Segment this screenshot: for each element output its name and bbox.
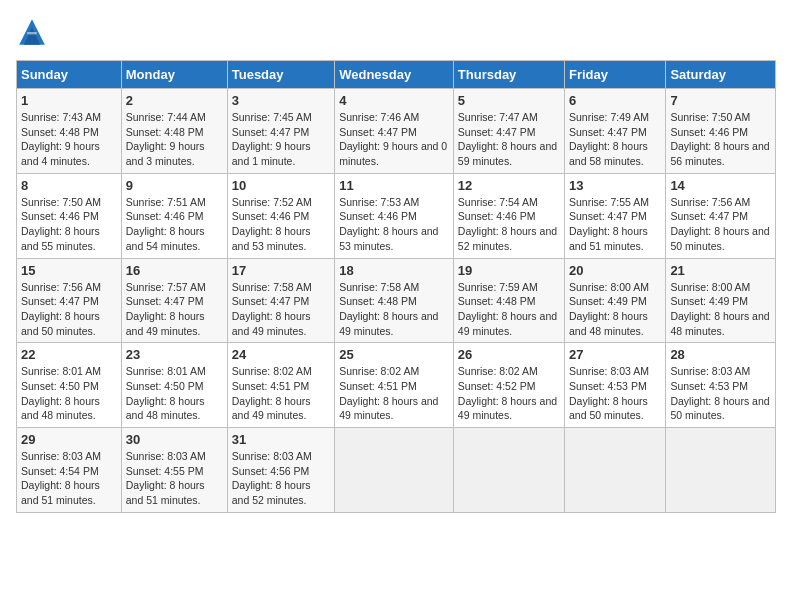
cell-w3-d1: 15Sunrise: 7:56 AMSunset: 4:47 PMDayligh… (17, 258, 122, 343)
day-detail: Sunrise: 7:46 AMSunset: 4:47 PMDaylight:… (339, 111, 447, 167)
day-number: 27 (569, 347, 661, 362)
day-number: 12 (458, 178, 560, 193)
day-number: 31 (232, 432, 330, 447)
day-number: 1 (21, 93, 117, 108)
day-number: 21 (670, 263, 771, 278)
day-number: 3 (232, 93, 330, 108)
cell-w4-d4: 25Sunrise: 8:02 AMSunset: 4:51 PMDayligh… (335, 343, 454, 428)
day-detail: Sunrise: 8:01 AMSunset: 4:50 PMDaylight:… (126, 365, 206, 421)
day-detail: Sunrise: 8:03 AMSunset: 4:54 PMDaylight:… (21, 450, 101, 506)
day-number: 10 (232, 178, 330, 193)
day-number: 17 (232, 263, 330, 278)
cell-w2-d1: 8Sunrise: 7:50 AMSunset: 4:46 PMDaylight… (17, 173, 122, 258)
cell-w4-d3: 24Sunrise: 8:02 AMSunset: 4:51 PMDayligh… (227, 343, 334, 428)
calendar-week-3: 15Sunrise: 7:56 AMSunset: 4:47 PMDayligh… (17, 258, 776, 343)
day-number: 4 (339, 93, 449, 108)
cell-w4-d6: 27Sunrise: 8:03 AMSunset: 4:53 PMDayligh… (565, 343, 666, 428)
day-number: 28 (670, 347, 771, 362)
cell-w5-d4 (335, 428, 454, 513)
day-number: 19 (458, 263, 560, 278)
cell-w2-d2: 9Sunrise: 7:51 AMSunset: 4:46 PMDaylight… (121, 173, 227, 258)
day-detail: Sunrise: 7:56 AMSunset: 4:47 PMDaylight:… (21, 281, 101, 337)
day-number: 22 (21, 347, 117, 362)
day-number: 11 (339, 178, 449, 193)
day-detail: Sunrise: 8:02 AMSunset: 4:52 PMDaylight:… (458, 365, 557, 421)
day-number: 16 (126, 263, 223, 278)
cell-w2-d4: 11Sunrise: 7:53 AMSunset: 4:46 PMDayligh… (335, 173, 454, 258)
cell-w1-d4: 4Sunrise: 7:46 AMSunset: 4:47 PMDaylight… (335, 89, 454, 174)
day-number: 6 (569, 93, 661, 108)
day-detail: Sunrise: 7:50 AMSunset: 4:46 PMDaylight:… (21, 196, 101, 252)
day-detail: Sunrise: 7:45 AMSunset: 4:47 PMDaylight:… (232, 111, 312, 167)
day-number: 14 (670, 178, 771, 193)
cell-w2-d7: 14Sunrise: 7:56 AMSunset: 4:47 PMDayligh… (666, 173, 776, 258)
day-detail: Sunrise: 7:47 AMSunset: 4:47 PMDaylight:… (458, 111, 557, 167)
day-number: 24 (232, 347, 330, 362)
cell-w5-d6 (565, 428, 666, 513)
cell-w5-d5 (453, 428, 564, 513)
col-header-thursday: Thursday (453, 61, 564, 89)
calendar-week-1: 1Sunrise: 7:43 AMSunset: 4:48 PMDaylight… (17, 89, 776, 174)
cell-w5-d7 (666, 428, 776, 513)
cell-w1-d6: 6Sunrise: 7:49 AMSunset: 4:47 PMDaylight… (565, 89, 666, 174)
day-detail: Sunrise: 8:03 AMSunset: 4:53 PMDaylight:… (569, 365, 649, 421)
day-number: 25 (339, 347, 449, 362)
day-number: 18 (339, 263, 449, 278)
calendar-week-4: 22Sunrise: 8:01 AMSunset: 4:50 PMDayligh… (17, 343, 776, 428)
day-number: 8 (21, 178, 117, 193)
cell-w2-d5: 12Sunrise: 7:54 AMSunset: 4:46 PMDayligh… (453, 173, 564, 258)
col-header-monday: Monday (121, 61, 227, 89)
day-number: 29 (21, 432, 117, 447)
calendar-table: SundayMondayTuesdayWednesdayThursdayFrid… (16, 60, 776, 513)
day-detail: Sunrise: 8:00 AMSunset: 4:49 PMDaylight:… (670, 281, 769, 337)
day-detail: Sunrise: 8:00 AMSunset: 4:49 PMDaylight:… (569, 281, 649, 337)
day-number: 13 (569, 178, 661, 193)
cell-w4-d1: 22Sunrise: 8:01 AMSunset: 4:50 PMDayligh… (17, 343, 122, 428)
cell-w3-d6: 20Sunrise: 8:00 AMSunset: 4:49 PMDayligh… (565, 258, 666, 343)
cell-w5-d3: 31Sunrise: 8:03 AMSunset: 4:56 PMDayligh… (227, 428, 334, 513)
cell-w1-d7: 7Sunrise: 7:50 AMSunset: 4:46 PMDaylight… (666, 89, 776, 174)
day-number: 26 (458, 347, 560, 362)
day-detail: Sunrise: 7:43 AMSunset: 4:48 PMDaylight:… (21, 111, 101, 167)
calendar-header-row: SundayMondayTuesdayWednesdayThursdayFrid… (17, 61, 776, 89)
cell-w2-d3: 10Sunrise: 7:52 AMSunset: 4:46 PMDayligh… (227, 173, 334, 258)
day-number: 30 (126, 432, 223, 447)
day-detail: Sunrise: 8:03 AMSunset: 4:56 PMDaylight:… (232, 450, 312, 506)
day-detail: Sunrise: 8:03 AMSunset: 4:53 PMDaylight:… (670, 365, 769, 421)
cell-w3-d5: 19Sunrise: 7:59 AMSunset: 4:48 PMDayligh… (453, 258, 564, 343)
day-detail: Sunrise: 7:58 AMSunset: 4:48 PMDaylight:… (339, 281, 438, 337)
cell-w4-d2: 23Sunrise: 8:01 AMSunset: 4:50 PMDayligh… (121, 343, 227, 428)
calendar-week-5: 29Sunrise: 8:03 AMSunset: 4:54 PMDayligh… (17, 428, 776, 513)
day-number: 7 (670, 93, 771, 108)
cell-w3-d4: 18Sunrise: 7:58 AMSunset: 4:48 PMDayligh… (335, 258, 454, 343)
cell-w3-d2: 16Sunrise: 7:57 AMSunset: 4:47 PMDayligh… (121, 258, 227, 343)
cell-w1-d2: 2Sunrise: 7:44 AMSunset: 4:48 PMDaylight… (121, 89, 227, 174)
day-number: 5 (458, 93, 560, 108)
logo (16, 16, 52, 48)
logo-icon (16, 16, 48, 48)
cell-w4-d5: 26Sunrise: 8:02 AMSunset: 4:52 PMDayligh… (453, 343, 564, 428)
day-detail: Sunrise: 7:51 AMSunset: 4:46 PMDaylight:… (126, 196, 206, 252)
col-header-wednesday: Wednesday (335, 61, 454, 89)
header (16, 16, 776, 48)
cell-w1-d1: 1Sunrise: 7:43 AMSunset: 4:48 PMDaylight… (17, 89, 122, 174)
calendar-week-2: 8Sunrise: 7:50 AMSunset: 4:46 PMDaylight… (17, 173, 776, 258)
day-detail: Sunrise: 7:44 AMSunset: 4:48 PMDaylight:… (126, 111, 206, 167)
cell-w5-d2: 30Sunrise: 8:03 AMSunset: 4:55 PMDayligh… (121, 428, 227, 513)
day-number: 2 (126, 93, 223, 108)
day-detail: Sunrise: 8:03 AMSunset: 4:55 PMDaylight:… (126, 450, 206, 506)
calendar-body: 1Sunrise: 7:43 AMSunset: 4:48 PMDaylight… (17, 89, 776, 513)
day-detail: Sunrise: 7:59 AMSunset: 4:48 PMDaylight:… (458, 281, 557, 337)
day-detail: Sunrise: 8:02 AMSunset: 4:51 PMDaylight:… (232, 365, 312, 421)
day-number: 9 (126, 178, 223, 193)
day-detail: Sunrise: 7:58 AMSunset: 4:47 PMDaylight:… (232, 281, 312, 337)
cell-w4-d7: 28Sunrise: 8:03 AMSunset: 4:53 PMDayligh… (666, 343, 776, 428)
col-header-tuesday: Tuesday (227, 61, 334, 89)
day-detail: Sunrise: 7:50 AMSunset: 4:46 PMDaylight:… (670, 111, 769, 167)
cell-w1-d3: 3Sunrise: 7:45 AMSunset: 4:47 PMDaylight… (227, 89, 334, 174)
day-detail: Sunrise: 7:56 AMSunset: 4:47 PMDaylight:… (670, 196, 769, 252)
day-number: 15 (21, 263, 117, 278)
cell-w2-d6: 13Sunrise: 7:55 AMSunset: 4:47 PMDayligh… (565, 173, 666, 258)
cell-w3-d3: 17Sunrise: 7:58 AMSunset: 4:47 PMDayligh… (227, 258, 334, 343)
col-header-friday: Friday (565, 61, 666, 89)
